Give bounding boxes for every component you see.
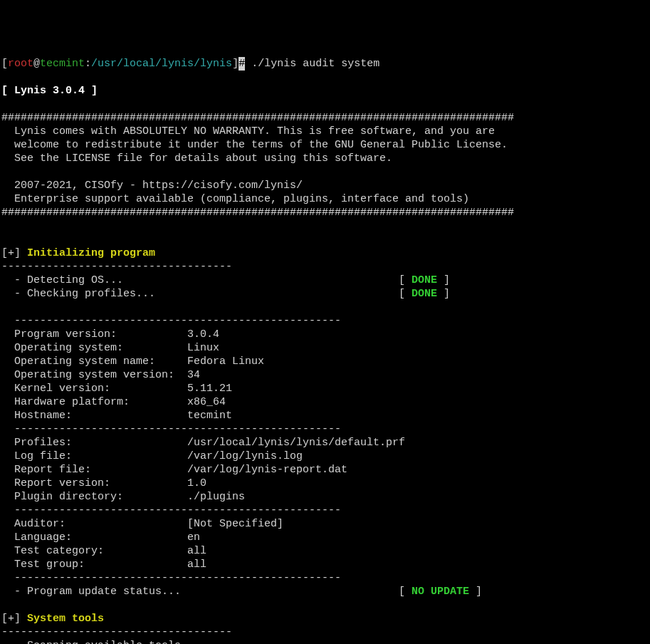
info-row: Report version: 1.0 xyxy=(1,477,206,489)
section-header-init: [+] Initializing program xyxy=(1,247,155,259)
info-row: Report file: /var/log/lynis-report.dat xyxy=(1,464,347,476)
enterprise-text: Enterprise support available (compliance… xyxy=(1,193,469,205)
dashes: ----------------------------------------… xyxy=(1,572,341,584)
info-row: Language: en xyxy=(1,531,200,544)
info-row: Auditor: [Not Specified] xyxy=(1,518,283,530)
info-row: Program version: 3.0.4 xyxy=(1,328,219,341)
prompt-line: [root@tecmint:/usr/local/lynis/lynis]# .… xyxy=(1,58,379,70)
info-row: Profiles: /usr/local/lynis/lynis/default… xyxy=(1,437,405,449)
dashes: ------------------------------------ xyxy=(1,261,232,273)
status-done: DONE xyxy=(412,288,437,300)
cursor-block: # xyxy=(238,57,245,71)
terminal-output: [root@tecmint:/usr/local/lynis/lynis]# .… xyxy=(1,57,649,644)
warranty-text: Lynis comes with ABSOLUTELY NO WARRANTY.… xyxy=(1,125,495,137)
status-done: DONE xyxy=(412,274,437,286)
tool-scan-line: - Scanning available tools... xyxy=(1,640,200,644)
prompt-path: /usr/local/lynis/lynis xyxy=(91,58,232,70)
info-row: Plugin directory: ./plugins xyxy=(1,491,245,503)
info-row: Log file: /var/log/lynis.log xyxy=(1,450,303,462)
status-no-update: NO UPDATE xyxy=(412,586,469,598)
prompt-user: root xyxy=(8,58,33,70)
info-row: Test category: all xyxy=(1,545,206,557)
dashes: ----------------------------------------… xyxy=(1,423,341,435)
status-line: - Checking profiles... [ DONE ] xyxy=(1,288,450,300)
dashes: ----------------------------------------… xyxy=(1,315,341,327)
prompt-command[interactable]: ./lynis audit system xyxy=(245,58,379,70)
warranty-text: See the LICENSE file for details about u… xyxy=(1,152,392,165)
hash-separator: ########################################… xyxy=(1,207,514,219)
status-line: - Detecting OS... [ DONE ] xyxy=(1,274,450,286)
info-row: Operating system name: Fedora Linux xyxy=(1,355,264,368)
dashes: ------------------------------------ xyxy=(1,626,232,638)
hash-separator: ########################################… xyxy=(1,112,514,124)
lynis-version-banner: [ Lynis 3.0.4 ] xyxy=(1,85,98,97)
info-row: Test group: all xyxy=(1,559,206,571)
info-row: Hardware platform: x86_64 xyxy=(1,396,226,408)
dashes: ----------------------------------------… xyxy=(1,504,341,516)
warranty-text: welcome to redistribute it under the ter… xyxy=(1,139,508,151)
prompt-host: tecmint xyxy=(40,58,85,70)
info-row: Kernel version: 5.11.21 xyxy=(1,383,232,395)
status-line: - Program update status... [ NO UPDATE ] xyxy=(1,586,482,598)
info-row: Hostname: tecmint xyxy=(1,410,232,422)
section-header-tools: [+] System tools xyxy=(1,613,104,625)
info-row: Operating system version: 34 xyxy=(1,369,200,381)
info-row: Operating system: Linux xyxy=(1,342,219,354)
copyright-text: 2007-2021, CISOfy - https://cisofy.com/l… xyxy=(1,180,303,192)
